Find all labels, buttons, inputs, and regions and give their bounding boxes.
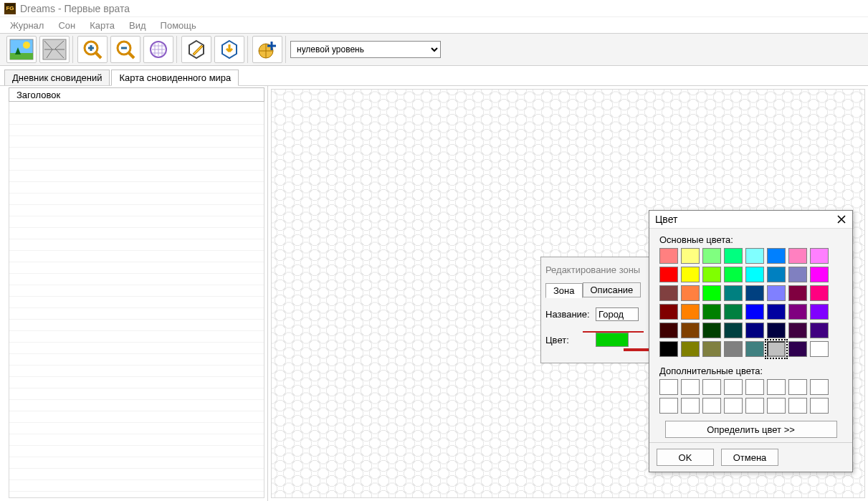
ok-button[interactable]: OK <box>657 449 714 466</box>
basic-color-swatch[interactable] <box>659 285 678 301</box>
menu-dream[interactable]: Сон <box>51 19 82 32</box>
basic-color-swatch[interactable] <box>681 248 700 264</box>
toolbar: нулевой уровень <box>0 33 868 66</box>
custom-color-swatch[interactable] <box>788 398 807 414</box>
menu-journal[interactable]: Журнал <box>3 19 51 32</box>
custom-color-swatch[interactable] <box>724 398 743 414</box>
basic-color-swatch[interactable] <box>659 341 678 357</box>
custom-color-swatch[interactable] <box>767 379 786 395</box>
basic-color-swatch[interactable] <box>767 285 786 301</box>
basic-color-swatch[interactable] <box>659 267 678 282</box>
basic-color-swatch[interactable] <box>767 267 786 282</box>
basic-color-swatch[interactable] <box>681 341 700 357</box>
zone-name-input[interactable] <box>596 307 639 321</box>
globe-add-icon[interactable] <box>252 36 282 63</box>
basic-color-swatch[interactable] <box>702 285 721 301</box>
basic-color-swatch[interactable] <box>745 248 764 264</box>
basic-color-swatch[interactable] <box>788 304 807 320</box>
custom-color-swatch[interactable] <box>702 398 721 414</box>
basic-color-swatch[interactable] <box>810 341 829 357</box>
basic-color-swatch[interactable] <box>659 323 678 338</box>
menu-view[interactable]: Вид <box>122 19 153 32</box>
level-select[interactable]: нулевой уровень <box>290 41 441 58</box>
custom-color-swatch[interactable] <box>659 379 678 395</box>
color-dialog-title: Цвет <box>655 214 677 225</box>
basic-color-swatch[interactable] <box>724 267 743 282</box>
basic-color-swatch[interactable] <box>810 248 829 264</box>
basic-color-swatch[interactable] <box>659 248 678 264</box>
basic-color-swatch[interactable] <box>724 285 743 301</box>
menubar: Журнал Сон Карта Вид Помощь <box>0 17 868 33</box>
basic-color-swatch[interactable] <box>681 285 700 301</box>
basic-color-swatch[interactable] <box>702 341 721 357</box>
svg-line-6 <box>95 52 101 58</box>
window-title: Dreams - Первые врата <box>20 3 130 14</box>
cracked-texture-icon[interactable] <box>39 36 70 63</box>
basic-color-swatch[interactable] <box>788 285 807 301</box>
basic-color-swatch[interactable] <box>788 323 807 338</box>
zone-tab-zone[interactable]: Зона <box>545 283 583 298</box>
daytime-scene-icon[interactable] <box>6 36 37 63</box>
basic-color-swatch[interactable] <box>745 341 764 357</box>
menu-map[interactable]: Карта <box>82 19 122 32</box>
define-color-button[interactable]: Определить цвет >> <box>665 421 837 438</box>
basic-color-swatch[interactable] <box>724 248 743 264</box>
basic-color-swatch[interactable] <box>767 323 786 338</box>
basic-color-swatch[interactable] <box>702 323 721 338</box>
basic-color-swatch[interactable] <box>810 304 829 320</box>
basic-color-swatch[interactable] <box>767 248 786 264</box>
svg-marker-13 <box>189 41 204 58</box>
basic-color-swatch[interactable] <box>745 323 764 338</box>
basic-color-swatch[interactable] <box>767 304 786 320</box>
zoom-out-icon[interactable] <box>110 36 140 63</box>
basic-color-swatch[interactable] <box>767 341 786 357</box>
basic-color-swatch[interactable] <box>702 267 721 282</box>
custom-color-swatch[interactable] <box>681 398 700 414</box>
custom-color-swatch[interactable] <box>702 379 721 395</box>
export-hex-icon[interactable] <box>214 36 244 63</box>
tab-diary[interactable]: Дневник сновидений <box>4 70 110 85</box>
basic-color-swatch[interactable] <box>724 323 743 338</box>
zone-tab-desc[interactable]: Описание <box>583 282 642 297</box>
basic-color-swatch[interactable] <box>659 304 678 320</box>
basic-color-swatch[interactable] <box>788 341 807 357</box>
main-tabs: Дневник сновидений Карта сновиденного ми… <box>0 66 868 86</box>
zoom-grid-icon[interactable] <box>143 36 173 63</box>
custom-color-swatch[interactable] <box>745 398 764 414</box>
zone-color-swatch[interactable] <box>596 333 629 347</box>
custom-color-swatch[interactable] <box>745 379 764 395</box>
left-panel: Заголовок <box>0 86 268 501</box>
basic-color-swatch[interactable] <box>810 285 829 301</box>
basic-color-swatch[interactable] <box>745 285 764 301</box>
list-body[interactable] <box>9 102 264 498</box>
basic-color-swatch[interactable] <box>702 304 721 320</box>
basic-color-swatch[interactable] <box>810 267 829 282</box>
close-icon[interactable] <box>836 214 846 224</box>
menu-help[interactable]: Помощь <box>153 19 204 32</box>
list-header[interactable]: Заголовок <box>9 87 264 102</box>
basic-color-swatch[interactable] <box>681 323 700 338</box>
basic-color-swatch[interactable] <box>724 341 743 357</box>
basic-color-swatch[interactable] <box>681 267 700 282</box>
custom-color-swatch[interactable] <box>810 379 829 395</box>
cancel-button[interactable]: Отмена <box>721 449 778 466</box>
custom-color-swatch[interactable] <box>681 379 700 395</box>
basic-color-swatch[interactable] <box>745 304 764 320</box>
tab-map[interactable]: Карта сновиденного мира <box>111 70 239 86</box>
basic-color-swatch[interactable] <box>745 267 764 282</box>
custom-color-swatch[interactable] <box>767 398 786 414</box>
basic-color-swatch[interactable] <box>702 248 721 264</box>
basic-color-swatch[interactable] <box>810 323 829 338</box>
edit-hex-icon[interactable] <box>181 36 211 63</box>
custom-color-swatch[interactable] <box>788 379 807 395</box>
custom-color-swatch[interactable] <box>659 398 678 414</box>
svg-point-1 <box>23 42 30 49</box>
annotation-underline <box>583 331 644 333</box>
custom-color-swatch[interactable] <box>724 379 743 395</box>
zoom-in-icon[interactable] <box>77 36 108 63</box>
basic-color-swatch[interactable] <box>724 304 743 320</box>
basic-color-swatch[interactable] <box>681 304 700 320</box>
basic-color-swatch[interactable] <box>788 267 807 282</box>
basic-color-swatch[interactable] <box>788 248 807 264</box>
custom-color-swatch[interactable] <box>810 398 829 414</box>
